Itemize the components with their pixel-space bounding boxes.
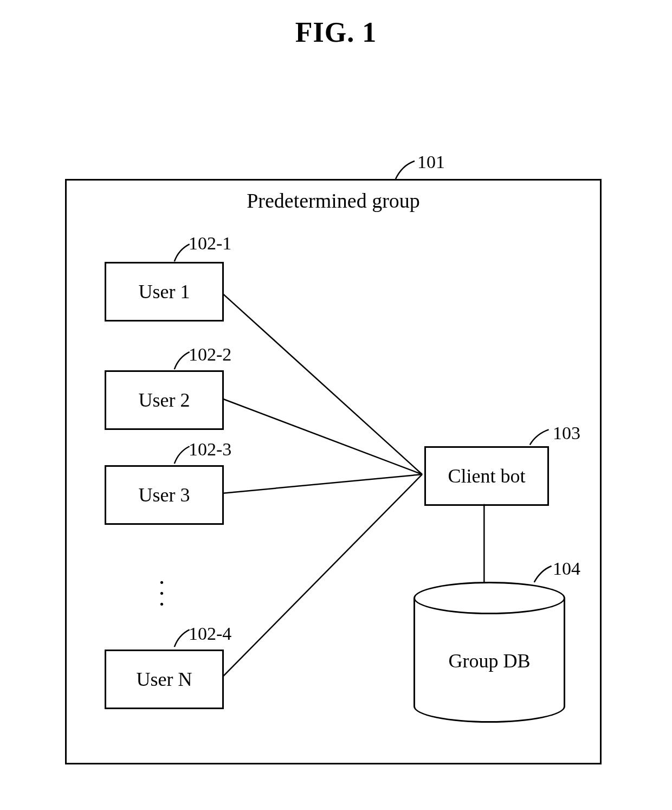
predetermined-group-box: Predetermined group User 1 User 2 User 3… (65, 179, 602, 764)
user-n-label: User N (137, 668, 192, 691)
ref-label-101: 101 (417, 152, 445, 172)
figure-title: FIG. 1 (0, 16, 672, 48)
cylinder-bottom-mask (415, 690, 564, 706)
user-3-label: User 3 (139, 484, 190, 506)
user-3-box: User 3 (105, 465, 224, 525)
page: FIG. 1 101 102-1 102-2 102-3 102-4 103 1… (0, 0, 672, 810)
group-db-cylinder: Group DB (413, 582, 565, 706)
user-1-box: User 1 (105, 262, 224, 322)
cylinder-top (413, 582, 565, 614)
client-bot-label: Client bot (448, 465, 526, 487)
svg-line-3 (223, 474, 422, 677)
svg-line-0 (223, 294, 422, 474)
svg-line-2 (223, 474, 422, 493)
user-2-label: User 2 (139, 389, 190, 412)
client-bot-box: Client bot (424, 446, 549, 506)
svg-line-1 (223, 399, 422, 474)
group-db-label: Group DB (413, 650, 565, 672)
user-n-box: User N (105, 650, 224, 709)
group-title: Predetermined group (67, 189, 600, 213)
vertical-ellipsis-icon: ... (159, 571, 165, 603)
user-2-box: User 2 (105, 370, 224, 430)
user-1-label: User 1 (139, 280, 190, 303)
